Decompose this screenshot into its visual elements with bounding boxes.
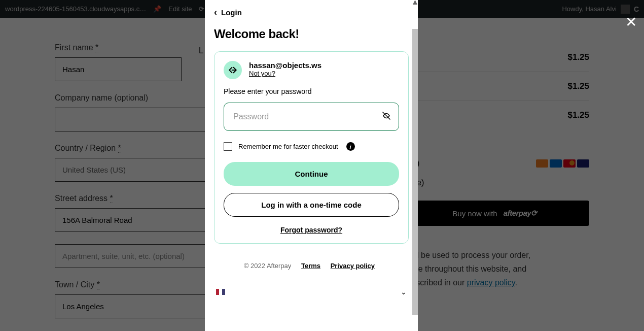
modal-title: Welcome back! <box>214 27 409 41</box>
password-prompt: Please enter your password <box>224 87 399 95</box>
close-icon[interactable]: ✕ <box>625 15 637 29</box>
terms-link[interactable]: Terms <box>301 262 320 270</box>
privacy-link[interactable]: Privacy policy <box>331 262 375 270</box>
chevron-left-icon: ‹ <box>214 7 217 18</box>
remember-checkbox[interactable] <box>224 142 232 151</box>
info-icon[interactable]: i <box>346 142 355 151</box>
password-input[interactable] <box>224 103 399 131</box>
login-modal: ‹ Login Welcome back! hassan@objects.ws … <box>205 0 418 331</box>
flag-icon[interactable] <box>216 289 225 295</box>
forgot-password-link[interactable]: Forgot password? <box>224 226 399 234</box>
not-you-link[interactable]: Not you? <box>249 70 321 77</box>
remember-label: Remember me for faster checkout <box>238 143 338 150</box>
one-time-code-button[interactable]: Log in with a one-time code <box>224 193 399 217</box>
chevron-down-icon[interactable]: ⌄ <box>401 288 407 296</box>
continue-button[interactable]: Continue <box>224 162 399 186</box>
eye-hide-icon[interactable] <box>382 111 391 122</box>
scrollbar-thumb[interactable] <box>412 29 418 315</box>
back-button[interactable]: ‹ Login <box>214 7 409 18</box>
user-email: hassan@objects.ws <box>249 61 321 70</box>
afterpay-avatar-icon <box>224 61 242 79</box>
copyright-text: © 2022 Afterpay <box>244 262 291 270</box>
